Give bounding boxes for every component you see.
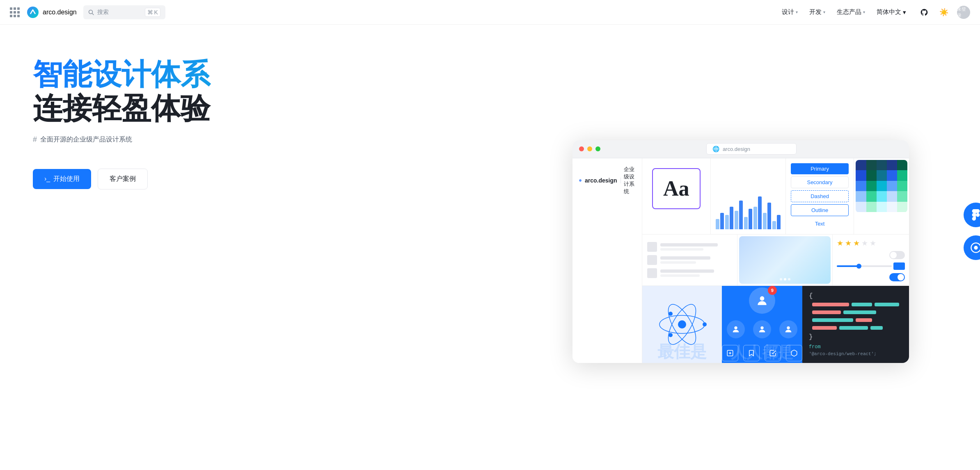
svg-point-0 xyxy=(27,7,39,18)
atom-panel: 最佳是 xyxy=(642,286,722,363)
login-label: 未登录 xyxy=(957,6,970,18)
hero-section: 智能设计体系 连接轻盈体验 # 全面开源的企业级产品设计系统 ›_ 开始使用 客… xyxy=(0,25,510,470)
mockup-panels: Aa xyxy=(642,158,909,363)
mock-outline-button: Outline xyxy=(791,204,849,216)
colors-panel xyxy=(854,158,909,234)
svg-line-2 xyxy=(92,13,94,15)
hero-subtitle: # 全面开源的企业级产品设计系统 xyxy=(33,135,485,144)
nav-item-ecosystem[interactable]: 生态产品 ▾ xyxy=(837,8,865,16)
header: arco.design 搜索 ⌘ K 设计 ▾ 开发 ▾ 生态产品 ▾ xyxy=(0,0,980,25)
svg-point-12 xyxy=(734,326,737,329)
circle-dot-icon xyxy=(970,242,980,253)
controls-panel: ★ ★ ★ ★ ★ xyxy=(833,235,909,285)
mockup-sidebar: arco.design 企业级设计系统 xyxy=(572,158,642,363)
maximize-button[interactable] xyxy=(595,146,600,151)
buttons-panel: Primary Secondary Dashed Outline Text xyxy=(786,158,854,234)
mockup-logo-icon xyxy=(579,176,582,185)
slider[interactable] xyxy=(837,265,892,267)
logo-icon xyxy=(26,6,39,19)
typography-display: Aa xyxy=(652,168,701,209)
user-small-2 xyxy=(753,320,771,338)
user-row xyxy=(727,320,797,338)
url-bar[interactable]: 🌐 arco.design xyxy=(706,143,797,155)
svg-point-3 xyxy=(579,179,581,181)
chevron-down-icon: ▾ xyxy=(796,10,798,14)
nav-item-design[interactable]: 设计 ▾ xyxy=(782,8,798,16)
language-selector[interactable]: 简体中文 ▾ xyxy=(877,8,906,16)
user-avatar[interactable]: 未登录 xyxy=(957,6,970,19)
bottom-text-1: 最佳是 xyxy=(642,340,722,363)
image-panel xyxy=(737,235,833,285)
figma-icon xyxy=(970,209,980,221)
mock-text-button: Text xyxy=(791,218,849,229)
star-2: ★ xyxy=(845,239,852,248)
main-user-icon: 9 xyxy=(749,287,775,314)
mockup-window: 🌐 arco.design xyxy=(572,140,909,363)
right-circle-figma xyxy=(964,203,980,227)
svg-point-10 xyxy=(669,333,673,337)
nav-item-dev[interactable]: 开发 ▾ xyxy=(809,8,825,16)
chevron-down-icon: ▾ xyxy=(903,9,906,16)
mockup-bottom-row: 最佳是 9 xyxy=(642,286,909,363)
user-svg xyxy=(756,294,769,307)
svg-point-11 xyxy=(760,296,765,301)
hero-mockup: 🌐 arco.design xyxy=(510,25,980,470)
code-from: from xyxy=(809,344,902,350)
window-titlebar: 🌐 arco.design xyxy=(572,140,909,158)
logo[interactable]: arco.design xyxy=(26,6,77,19)
start-button[interactable]: ›_ 开始使用 xyxy=(33,169,91,189)
star-rating: ★ ★ ★ ★ ★ xyxy=(837,239,905,248)
code-line-3 xyxy=(812,318,899,322)
star-1: ★ xyxy=(837,239,843,248)
list-panel xyxy=(642,235,737,285)
user-small-3 xyxy=(779,320,797,338)
search-placeholder: 搜索 xyxy=(97,9,142,16)
cases-button[interactable]: 客户案例 xyxy=(98,169,148,189)
theme-toggle-icon[interactable]: ☀️ xyxy=(937,6,950,19)
code-brace-close: } xyxy=(809,333,902,341)
svg-point-8 xyxy=(703,322,707,326)
logo-text: arco.design xyxy=(43,9,77,16)
terminal-icon: ›_ xyxy=(44,175,50,183)
chevron-down-icon: ▾ xyxy=(863,10,865,14)
mockup-mid-row: ★ ★ ★ ★ ★ xyxy=(642,235,909,286)
chart-panel xyxy=(711,158,786,234)
close-button[interactable] xyxy=(579,146,584,151)
star-4: ★ xyxy=(861,239,868,248)
mockup-brand: arco.design 企业级设计系统 xyxy=(579,166,635,195)
hero-actions: ›_ 开始使用 客户案例 xyxy=(33,169,485,189)
hero-title-1: 智能设计体系 xyxy=(33,57,485,91)
right-circle-alt xyxy=(964,235,980,260)
header-icons: ☀️ 未登录 xyxy=(918,6,970,19)
svg-point-14 xyxy=(787,326,790,329)
code-line-4 xyxy=(812,326,899,330)
window-content: arco.design 企业级设计系统 Aa xyxy=(572,158,909,363)
svg-point-18 xyxy=(976,213,980,217)
hash-icon: # xyxy=(33,135,37,144)
traffic-lights xyxy=(579,146,600,151)
code-brace-open: { xyxy=(809,292,902,300)
mockup-top-row: Aa xyxy=(642,158,909,235)
grid-menu-icon[interactable] xyxy=(10,7,20,17)
svg-point-4 xyxy=(678,320,686,329)
star-3: ★ xyxy=(853,239,860,248)
minimize-button[interactable] xyxy=(587,146,592,151)
svg-point-9 xyxy=(669,312,673,316)
svg-point-13 xyxy=(760,326,763,329)
user-small-icon-1 xyxy=(731,325,740,334)
svg-point-20 xyxy=(974,246,978,250)
toggle-off[interactable] xyxy=(889,251,905,259)
users-panel: 9 xyxy=(722,286,802,363)
code-import: '@arco-design/web-react'; xyxy=(809,351,902,356)
user-small-1 xyxy=(727,320,745,338)
toggle-on[interactable] xyxy=(889,273,905,281)
search-bar[interactable]: 搜索 ⌘ K xyxy=(83,5,165,19)
code-line-1 xyxy=(812,303,899,306)
github-icon[interactable] xyxy=(918,6,931,19)
mock-dashed-button: Dashed xyxy=(791,190,849,202)
mock-secondary-button: Secondary xyxy=(791,176,849,188)
header-right: 设计 ▾ 开发 ▾ 生态产品 ▾ 简体中文 ▾ ☀️ 未登录 xyxy=(782,6,970,19)
notification-badge: 9 xyxy=(768,286,777,295)
typography-panel: Aa xyxy=(642,158,711,234)
typography-text: Aa xyxy=(663,176,689,201)
